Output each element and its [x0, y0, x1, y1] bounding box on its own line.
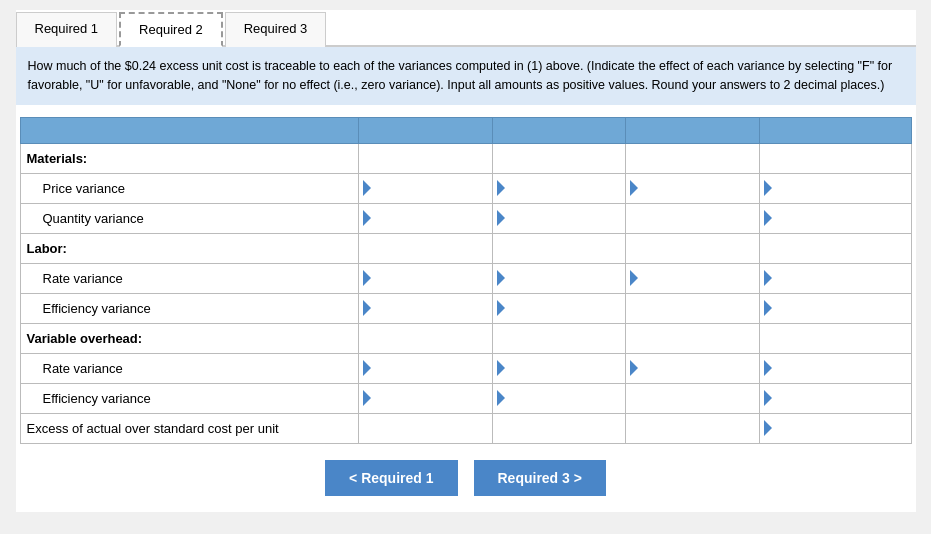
- row-label: Variable overhead:: [20, 323, 359, 353]
- input-cell-7-2[interactable]: [492, 353, 626, 383]
- dropdown-triangle-icon[interactable]: [764, 390, 772, 406]
- input-cell-4-3[interactable]: [626, 263, 760, 293]
- next-button[interactable]: Required 3 >: [474, 460, 606, 496]
- input-cell-0-2: [492, 143, 626, 173]
- cell-input[interactable]: [509, 264, 626, 292]
- dropdown-triangle-icon[interactable]: [363, 180, 371, 196]
- input-cell-5-3: [626, 293, 760, 323]
- input-cell-8-1[interactable]: [359, 383, 493, 413]
- cell-input[interactable]: [509, 384, 626, 412]
- dropdown-triangle-icon[interactable]: [630, 270, 638, 286]
- cell-input[interactable]: [776, 384, 911, 412]
- dropdown-triangle-icon[interactable]: [764, 360, 772, 376]
- cell-input[interactable]: [776, 264, 911, 292]
- input-cell-7-1[interactable]: [359, 353, 493, 383]
- dropdown-triangle-icon[interactable]: [497, 300, 505, 316]
- dropdown-triangle-icon[interactable]: [764, 420, 772, 436]
- cell-input[interactable]: [776, 174, 911, 202]
- dropdown-triangle-icon[interactable]: [764, 180, 772, 196]
- input-cell-3-1: [359, 233, 493, 263]
- cell-input[interactable]: [509, 294, 626, 322]
- tab-required1[interactable]: Required 1: [16, 12, 118, 47]
- table-row: Rate variance: [20, 353, 911, 383]
- input-cell-8-2[interactable]: [492, 383, 626, 413]
- cell-input[interactable]: [776, 204, 911, 232]
- input-cell-2-2[interactable]: [492, 203, 626, 233]
- cell-input[interactable]: [375, 264, 492, 292]
- col-header-3: [626, 117, 760, 143]
- cell-input[interactable]: [375, 294, 492, 322]
- table-row: Efficiency variance: [20, 383, 911, 413]
- input-cell-4-4[interactable]: [760, 263, 912, 293]
- cell-input[interactable]: [776, 414, 911, 442]
- input-cell-7-3[interactable]: [626, 353, 760, 383]
- input-cell-0-1: [359, 143, 493, 173]
- input-cell-8-3: [626, 383, 760, 413]
- dropdown-triangle-icon[interactable]: [764, 300, 772, 316]
- info-box: How much of the $0.24 excess unit cost i…: [16, 47, 916, 105]
- cell-input[interactable]: [776, 294, 911, 322]
- input-cell-1-3[interactable]: [626, 173, 760, 203]
- input-cell-5-2[interactable]: [492, 293, 626, 323]
- cell-input[interactable]: [776, 354, 911, 382]
- col-header-label: [20, 117, 359, 143]
- cell-input[interactable]: [509, 354, 626, 382]
- cell-input[interactable]: [642, 354, 759, 382]
- table-row: Rate variance: [20, 263, 911, 293]
- input-cell-3-2: [492, 233, 626, 263]
- input-cell-2-1[interactable]: [359, 203, 493, 233]
- cell-input[interactable]: [509, 204, 626, 232]
- input-cell-0-3: [626, 143, 760, 173]
- row-label: Materials:: [20, 143, 359, 173]
- input-cell-4-2[interactable]: [492, 263, 626, 293]
- bottom-nav: < Required 1 Required 3 >: [16, 444, 916, 512]
- cell-input[interactable]: [642, 174, 759, 202]
- input-cell-5-1[interactable]: [359, 293, 493, 323]
- input-cell-4-1[interactable]: [359, 263, 493, 293]
- dropdown-triangle-icon[interactable]: [497, 390, 505, 406]
- row-label: Rate variance: [20, 263, 359, 293]
- row-label: Efficiency variance: [20, 293, 359, 323]
- col-header-1: [359, 117, 493, 143]
- input-cell-7-4[interactable]: [760, 353, 912, 383]
- dropdown-triangle-icon[interactable]: [363, 270, 371, 286]
- input-cell-1-2[interactable]: [492, 173, 626, 203]
- cell-input[interactable]: [375, 174, 492, 202]
- dropdown-triangle-icon[interactable]: [497, 360, 505, 376]
- input-cell-9-4[interactable]: [760, 413, 912, 443]
- dropdown-triangle-icon[interactable]: [363, 300, 371, 316]
- cell-input[interactable]: [375, 384, 492, 412]
- dropdown-triangle-icon[interactable]: [630, 180, 638, 196]
- dropdown-triangle-icon[interactable]: [630, 360, 638, 376]
- dropdown-triangle-icon[interactable]: [363, 360, 371, 376]
- dropdown-triangle-icon[interactable]: [764, 210, 772, 226]
- row-label: Excess of actual over standard cost per …: [20, 413, 359, 443]
- dropdown-triangle-icon[interactable]: [497, 210, 505, 226]
- row-label: Labor:: [20, 233, 359, 263]
- prev-button[interactable]: < Required 1: [325, 460, 457, 496]
- row-label: Price variance: [20, 173, 359, 203]
- cell-input[interactable]: [375, 354, 492, 382]
- input-cell-2-4[interactable]: [760, 203, 912, 233]
- variance-table: Materials:Price varianceQuantity varianc…: [20, 117, 912, 444]
- input-cell-8-4[interactable]: [760, 383, 912, 413]
- cell-input[interactable]: [375, 204, 492, 232]
- cell-input[interactable]: [509, 174, 626, 202]
- row-label: Rate variance: [20, 353, 359, 383]
- cell-input[interactable]: [642, 264, 759, 292]
- row-label: Efficiency variance: [20, 383, 359, 413]
- input-cell-1-4[interactable]: [760, 173, 912, 203]
- dropdown-triangle-icon[interactable]: [363, 210, 371, 226]
- col-header-4: [760, 117, 912, 143]
- input-cell-5-4[interactable]: [760, 293, 912, 323]
- tab-required3[interactable]: Required 3: [225, 12, 327, 47]
- input-cell-1-1[interactable]: [359, 173, 493, 203]
- tab-required2[interactable]: Required 2: [119, 12, 223, 47]
- dropdown-triangle-icon[interactable]: [363, 390, 371, 406]
- dropdown-triangle-icon[interactable]: [497, 270, 505, 286]
- input-cell-2-3: [626, 203, 760, 233]
- dropdown-triangle-icon[interactable]: [497, 180, 505, 196]
- table-row: Variable overhead:: [20, 323, 911, 353]
- dropdown-triangle-icon[interactable]: [764, 270, 772, 286]
- input-cell-6-3: [626, 323, 760, 353]
